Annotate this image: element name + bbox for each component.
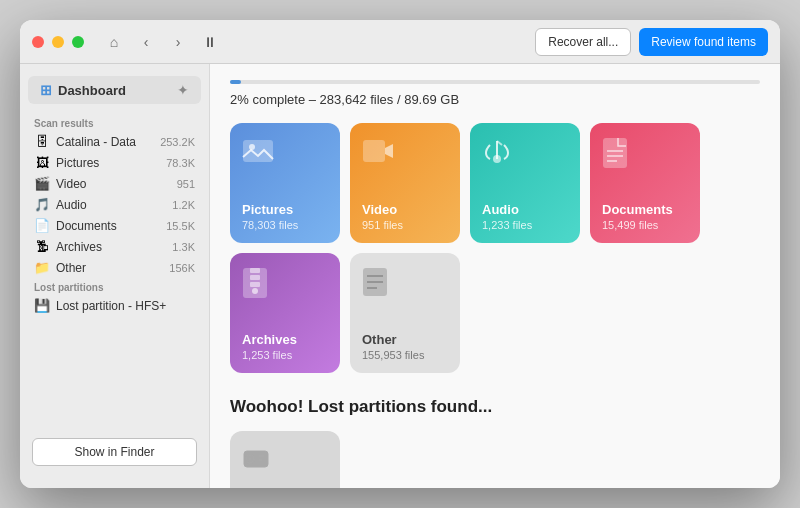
pictures-icon: 🖼 <box>34 155 50 170</box>
documents-card-count: 15,499 files <box>602 219 688 231</box>
sidebar-item-lost-partition[interactable]: 💾 Lost partition - HFS+ <box>20 295 209 316</box>
sidebar-item-catalina-data[interactable]: 🗄 Catalina - Data 253.2K <box>20 131 209 152</box>
pictures-card-label: Pictures <box>242 202 328 217</box>
main-content: 2% complete – 283,642 files / 89.69 GB P… <box>210 64 780 488</box>
card-pictures[interactable]: Pictures 78,303 files <box>230 123 340 243</box>
partition-card-lost[interactable]: Lost partition HFS+ <box>230 431 340 488</box>
traffic-lights <box>32 36 84 48</box>
review-found-items-button[interactable]: Review found items <box>639 28 768 56</box>
maximize-button[interactable] <box>72 36 84 48</box>
documents-card-label: Documents <box>602 202 688 217</box>
lost-partitions-section-title: Woohoo! Lost partitions found... <box>230 397 760 417</box>
pictures-card-count: 78,303 files <box>242 219 328 231</box>
content-area: ⊞ Dashboard ✦ Scan results 🗄 Catalina - … <box>20 64 780 488</box>
svg-rect-10 <box>250 275 260 280</box>
svg-rect-2 <box>363 140 385 162</box>
documents-card-icon <box>602 137 688 176</box>
svg-point-12 <box>252 288 258 294</box>
sidebar-item-documents[interactable]: 📄 Documents 15.5K <box>20 215 209 236</box>
sidebar-item-audio[interactable]: 🎵 Audio 1.2K <box>20 194 209 215</box>
titlebar: ⌂ ‹ › ⏸ Recover all... Review found item… <box>20 20 780 64</box>
app-window: ⌂ ‹ › ⏸ Recover all... Review found item… <box>20 20 780 488</box>
show-in-finder-button[interactable]: Show in Finder <box>32 438 197 466</box>
other-card-count: 155,953 files <box>362 349 448 361</box>
other-card-icon <box>362 267 448 304</box>
file-type-cards-grid: Pictures 78,303 files Video 951 files <box>230 123 760 373</box>
archives-card-label: Archives <box>242 332 328 347</box>
svg-rect-4 <box>603 138 627 168</box>
partition-icon: 💾 <box>34 298 50 313</box>
sidebar-item-archives[interactable]: 🗜 Archives 1.3K <box>20 236 209 257</box>
close-button[interactable] <box>32 36 44 48</box>
partition-cards: Lost partition HFS+ <box>230 431 760 488</box>
lost-partitions-label: Lost partitions <box>20 278 209 295</box>
recover-all-button[interactable]: Recover all... <box>535 28 631 56</box>
video-card-label: Video <box>362 202 448 217</box>
progress-bar <box>230 80 241 84</box>
dashboard-icon: ⊞ <box>40 82 52 98</box>
dashboard-label: Dashboard <box>58 83 126 98</box>
sidebar-item-pictures[interactable]: 🖼 Pictures 78.3K <box>20 152 209 173</box>
video-card-icon <box>362 137 448 172</box>
sidebar-item-video[interactable]: 🎬 Video 951 <box>20 173 209 194</box>
home-button[interactable]: ⌂ <box>100 28 128 56</box>
card-other[interactable]: Other 155,953 files <box>350 253 460 373</box>
loading-spinner: ✦ <box>177 82 189 98</box>
forward-button[interactable]: › <box>164 28 192 56</box>
svg-rect-20 <box>258 455 265 457</box>
pictures-card-icon <box>242 137 328 172</box>
partition-card-icon <box>242 445 328 480</box>
nav-buttons: ⌂ ‹ › ⏸ <box>100 28 224 56</box>
sidebar-dashboard-item[interactable]: ⊞ Dashboard ✦ <box>28 76 201 104</box>
progress-text: 2% complete – 283,642 files / 89.69 GB <box>230 92 760 107</box>
minimize-button[interactable] <box>52 36 64 48</box>
audio-card-icon <box>482 137 568 174</box>
scan-results-label: Scan results <box>20 114 209 131</box>
svg-point-19 <box>249 458 252 461</box>
sidebar: ⊞ Dashboard ✦ Scan results 🗄 Catalina - … <box>20 64 210 488</box>
other-icon: 📁 <box>34 260 50 275</box>
card-video[interactable]: Video 951 files <box>350 123 460 243</box>
card-documents[interactable]: Documents 15,499 files <box>590 123 700 243</box>
svg-point-3 <box>493 155 501 163</box>
card-archives[interactable]: Archives 1,253 files <box>230 253 340 373</box>
audio-icon: 🎵 <box>34 197 50 212</box>
sidebar-footer: Show in Finder <box>20 428 209 476</box>
sidebar-item-other[interactable]: 📁 Other 156K <box>20 257 209 278</box>
pause-button[interactable]: ⏸ <box>196 28 224 56</box>
catalina-data-icon: 🗄 <box>34 134 50 149</box>
svg-rect-0 <box>243 140 273 162</box>
back-button[interactable]: ‹ <box>132 28 160 56</box>
svg-rect-21 <box>258 459 263 461</box>
documents-icon: 📄 <box>34 218 50 233</box>
archives-card-count: 1,253 files <box>242 349 328 361</box>
svg-rect-9 <box>250 268 260 273</box>
progress-bar-container <box>230 80 760 84</box>
video-icon: 🎬 <box>34 176 50 191</box>
other-card-label: Other <box>362 332 448 347</box>
svg-rect-11 <box>250 282 260 287</box>
archives-icon: 🗜 <box>34 239 50 254</box>
card-audio[interactable]: Audio 1,233 files <box>470 123 580 243</box>
svg-rect-17 <box>244 451 268 467</box>
titlebar-actions: Recover all... Review found items <box>535 28 768 56</box>
audio-card-count: 1,233 files <box>482 219 568 231</box>
video-card-count: 951 files <box>362 219 448 231</box>
archives-card-icon <box>242 267 328 306</box>
audio-card-label: Audio <box>482 202 568 217</box>
svg-point-1 <box>249 144 255 150</box>
